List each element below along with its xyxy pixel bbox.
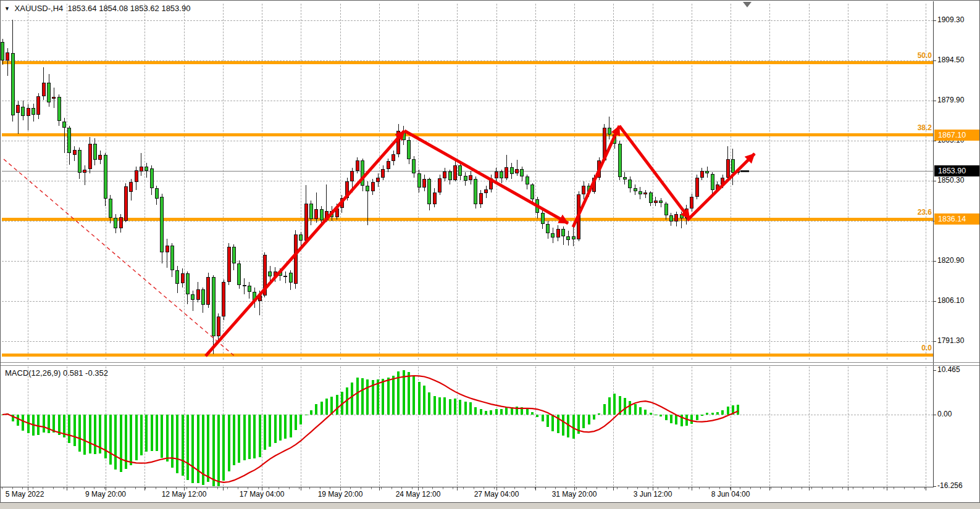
macd-histogram-bar (454, 399, 456, 415)
macd-histogram-bar (295, 415, 297, 430)
candle (427, 179, 431, 204)
macd-histogram-bar (176, 415, 178, 473)
time-gridline (340, 366, 341, 486)
macd-histogram-bar (619, 396, 621, 415)
fib-level-line[interactable] (2, 354, 933, 357)
time-gridline (574, 4, 575, 360)
candle (371, 182, 375, 191)
macd-histogram-bar (284, 415, 287, 439)
candle-wick (517, 160, 517, 176)
fib-level-line[interactable] (2, 133, 933, 136)
candle (175, 270, 179, 284)
macd-histogram-bar (536, 415, 538, 417)
macd-histogram-bar (12, 415, 14, 421)
macd-histogram-bar (120, 415, 122, 472)
time-gridline (28, 4, 28, 360)
candle (222, 282, 225, 317)
macd-histogram-bar (58, 415, 61, 435)
candle (469, 175, 472, 181)
candle (530, 184, 534, 199)
macd-histogram-bar (650, 413, 652, 415)
time-axis-label: 8 Jun 04:00 (711, 490, 750, 499)
macd-histogram-bar (191, 415, 194, 483)
candle (412, 159, 416, 173)
time-gridline (535, 366, 536, 486)
macd-histogram-bar (634, 404, 637, 415)
macd-histogram-bar (27, 415, 30, 433)
time-axis-label: 9 May 20:00 (85, 490, 126, 499)
macd-histogram-bar (449, 399, 451, 415)
macd-histogram-bar (505, 407, 508, 415)
macd-histogram-bar (681, 415, 683, 426)
macd-histogram-bar (644, 410, 647, 415)
candle (649, 192, 653, 203)
macd-histogram-bar (557, 415, 559, 433)
candle (206, 277, 210, 305)
macd-histogram-bar (274, 415, 277, 443)
candle (597, 160, 601, 178)
fib-level-line[interactable] (2, 61, 933, 64)
macd-histogram-bar (438, 397, 441, 415)
macd-histogram-bar (83, 415, 86, 455)
trend-arrow[interactable] (619, 126, 690, 219)
candle (453, 165, 457, 180)
time-axis-label: 17 May 04:00 (240, 490, 285, 499)
fib-level-line[interactable] (2, 218, 933, 221)
macd-histogram-bar (1, 415, 4, 415)
price-axis-border (933, 1, 934, 487)
candle (643, 192, 647, 194)
macd-histogram-bar (577, 415, 580, 434)
macd-histogram-bar (22, 415, 24, 431)
candle (433, 192, 437, 205)
time-gridline (457, 366, 458, 486)
trend-arrow[interactable] (206, 131, 404, 356)
macd-histogram-bar (480, 409, 482, 415)
candle (736, 171, 740, 173)
macd-histogram-bar (459, 400, 461, 415)
candle (685, 209, 689, 218)
macd-histogram-bar (222, 415, 225, 481)
macd-histogram-bar (351, 383, 353, 415)
candle (474, 179, 477, 204)
macd-histogram-bar (264, 415, 266, 450)
price-gridline (2, 141, 933, 141)
fib-level-label: 50.0 (918, 51, 932, 60)
time-gridline (653, 366, 653, 486)
time-gridline (301, 4, 301, 360)
chart-window[interactable]: 50.038.223.60.01909.301894.501879.901865… (0, 0, 980, 509)
macd-histogram-bar (166, 415, 169, 461)
time-gridline (692, 366, 692, 486)
candle-wick (259, 291, 260, 316)
macd-histogram-bar (433, 396, 436, 415)
macd-histogram-bar (145, 415, 148, 452)
time-gridline (692, 4, 692, 360)
candle (680, 214, 684, 218)
candle-wick (285, 271, 286, 284)
candle (124, 186, 128, 221)
last-price-badge: 1853.90 (934, 165, 980, 176)
macd-histogram-bar (443, 397, 446, 415)
macd-histogram-bar (212, 415, 215, 486)
candle (731, 159, 735, 173)
time-axis-label: 19 May 20:00 (318, 490, 363, 499)
candle (634, 188, 637, 191)
candle (592, 178, 596, 192)
candle (582, 186, 585, 194)
descending-trendline-dashed[interactable] (4, 159, 236, 357)
macd-histogram-bar (655, 415, 657, 415)
macd-histogram-bar (696, 415, 698, 420)
macd-histogram-bar (104, 415, 107, 458)
pane-separator[interactable] (0, 362, 980, 363)
macd-histogram-bar (43, 415, 45, 432)
candle-wick (167, 239, 167, 268)
candle (721, 178, 724, 185)
candle (144, 167, 148, 171)
macd-indicator-label: MACD(12,26,9) 0.581 -0.352 (5, 368, 108, 378)
macd-histogram-bar (48, 415, 50, 433)
candle (129, 182, 133, 192)
candle (716, 184, 719, 189)
macd-histogram-bar (408, 372, 410, 415)
macd-histogram-bar (516, 407, 518, 415)
candle (345, 181, 349, 198)
chart-shift-marker-icon[interactable] (743, 2, 752, 7)
